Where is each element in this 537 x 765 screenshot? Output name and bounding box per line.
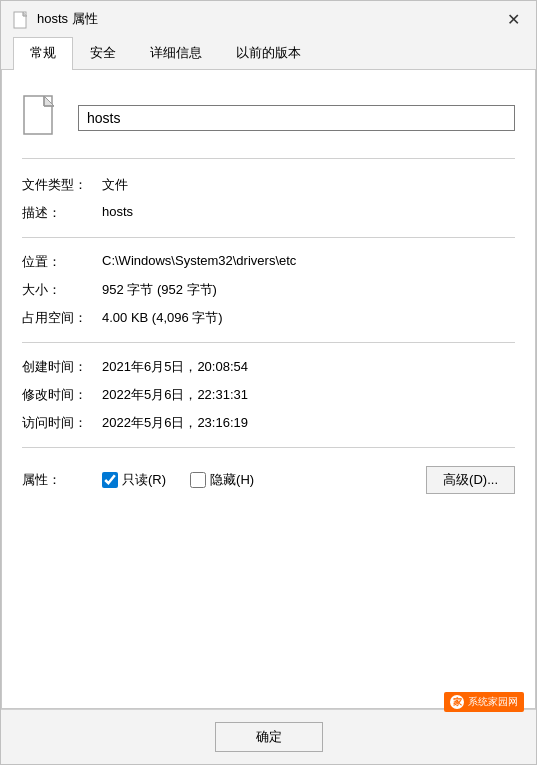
created-label: 创建时间： [22,358,102,376]
hidden-checkbox[interactable] [190,472,206,488]
filetype-row: 文件类型： 文件 [22,171,515,199]
created-value: 2021年6月5日，20:08:54 [102,358,515,376]
size-on-disk-value: 4.00 KB (4,096 字节) [102,309,515,327]
title-bar: hosts 属性 ✕ [1,1,536,37]
accessed-value: 2022年5月6日，23:16:19 [102,414,515,432]
created-row: 创建时间： 2021年6月5日，20:08:54 [22,353,515,381]
filetype-value: 文件 [102,176,515,194]
footer: 确定 [1,709,536,764]
size-row: 大小： 952 字节 (952 字节) [22,276,515,304]
description-value: hosts [102,204,515,219]
filetype-label: 文件类型： [22,176,102,194]
advanced-button[interactable]: 高级(D)... [426,466,515,494]
location-label: 位置： [22,253,102,271]
tab-previous-versions[interactable]: 以前的版本 [219,37,318,70]
readonly-checkbox[interactable] [102,472,118,488]
hidden-label: 隐藏(H) [210,471,254,489]
close-button[interactable]: ✕ [490,1,536,37]
modified-row: 修改时间： 2022年5月6日，22:31:31 [22,381,515,409]
tab-bar: 常规 安全 详细信息 以前的版本 [1,37,536,70]
window-title: hosts 属性 [37,10,490,28]
location-value: C:\Windows\System32\drivers\etc [102,253,515,268]
accessed-row: 访问时间： 2022年5月6日，23:16:19 [22,409,515,437]
description-row: 描述： hosts [22,199,515,227]
attributes-controls: 只读(R) 隐藏(H) 高级(D)... [102,466,515,494]
size-label: 大小： [22,281,102,299]
hidden-checkbox-item[interactable]: 隐藏(H) [190,471,254,489]
size-on-disk-label: 占用空间： [22,309,102,327]
tab-security[interactable]: 安全 [73,37,133,70]
readonly-label: 只读(R) [122,471,166,489]
file-icon [22,94,62,142]
location-row: 位置： C:\Windows\System32\drivers\etc [22,248,515,276]
attributes-label: 属性： [22,471,102,489]
properties-panel: 文件类型： 文件 描述： hosts 位置： C:\Windows\System… [1,70,536,709]
modified-value: 2022年5月6日，22:31:31 [102,386,515,404]
size-on-disk-row: 占用空间： 4.00 KB (4,096 字节) [22,304,515,332]
divider-2 [22,342,515,343]
title-bar-icon [13,11,29,27]
tab-general[interactable]: 常规 [13,37,73,70]
divider-1 [22,237,515,238]
divider-3 [22,447,515,448]
readonly-checkbox-item[interactable]: 只读(R) [102,471,166,489]
ok-button[interactable]: 确定 [215,722,323,752]
filename-input[interactable] [78,105,515,131]
tab-details[interactable]: 详细信息 [133,37,219,70]
attributes-row: 属性： 只读(R) 隐藏(H) 高级(D)... [22,458,515,502]
window: hosts 属性 ✕ 常规 安全 详细信息 以前的版本 [0,0,537,765]
file-header [22,86,515,159]
watermark-text: 系统家园网 [468,695,518,709]
description-label: 描述： [22,204,102,222]
modified-label: 修改时间： [22,386,102,404]
accessed-label: 访问时间： [22,414,102,432]
size-value: 952 字节 (952 字节) [102,281,515,299]
watermark: 家 系统家园网 [444,692,524,712]
watermark-icon: 家 [450,695,464,709]
